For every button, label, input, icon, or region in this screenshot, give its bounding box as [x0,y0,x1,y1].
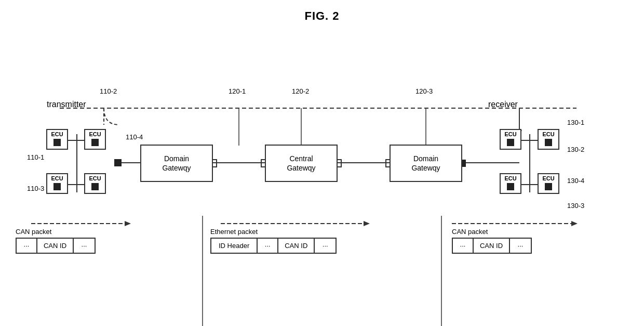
ecu-r-tl: ECU [500,129,521,150]
ref-130-4: 130-4 [567,177,584,185]
ecu-dot6 [545,139,552,146]
ref-120-3: 120-3 [415,87,433,95]
central-gateway-label: CentralGatewqy [287,154,315,173]
ecu-tl: ECU [46,129,68,150]
ref-130-2: 130-2 [567,146,584,153]
ecu-dot4 [91,183,99,190]
id-header-cell: ID Header [211,239,258,253]
diagram-container: FIG. 2 [0,0,644,326]
ecu-label: ECU [51,131,63,137]
ref-130-1: 130-1 [567,119,584,126]
ethernet-packet: Ethernet packet ID Header ··· CAN ID ··· [210,228,337,254]
ecu-dot8 [545,183,552,190]
ecu-dot3 [53,183,61,190]
transmitter-label: transmitter [47,100,86,109]
can-right-can-id: CAN ID [474,239,510,253]
eth-can-id: CAN ID [278,239,315,253]
can-left-dots2: ··· [74,239,95,253]
ecu-label7: ECU [504,175,516,181]
ecu-label5: ECU [504,131,516,137]
ethernet-packet-box: ID Header ··· CAN ID ··· [210,238,337,254]
domain-gateway-1: DomainGatewqy [140,145,213,182]
can-left-dots1: ··· [17,239,37,253]
can-right-dots2: ··· [510,239,531,253]
can-packet-right-label: CAN packet [452,228,488,236]
ecu-dot2 [91,139,99,146]
svg-marker-19 [364,221,370,226]
can-packet-right-box: ··· CAN ID ··· [452,238,532,254]
ref-110-1: 110-1 [27,153,44,161]
ethernet-packet-label: Ethernet packet [210,228,258,236]
ecu-label8: ECU [542,175,554,181]
ecu-r-bl: ECU [500,173,521,194]
can-packet-left-label: CAN packet [16,228,51,236]
ecu-label2: ECU [89,131,101,137]
domain-gateway-1-label: DomainGatewqy [162,154,191,173]
ecu-label4: ECU [89,175,101,181]
ecu-dot7 [507,183,514,190]
ecu-bl: ECU [46,173,68,194]
svg-marker-21 [571,221,578,226]
ecu-br: ECU [84,173,106,194]
ecu-dot [53,139,61,146]
can-right-dots1: ··· [453,239,474,253]
domain-gateway-2-label: DomainGatewqy [411,154,440,173]
svg-rect-24 [114,159,122,166]
can-packet-right: CAN packet ··· CAN ID ··· [452,228,532,254]
ref-110-3: 110-3 [27,185,44,192]
can-left-can-id: CAN ID [37,239,74,253]
fig-title: FIG. 2 [0,0,644,23]
domain-gateway-2: DomainGatewqy [390,145,462,182]
ecu-tr: ECU [84,129,106,150]
can-packet-left-box: ··· CAN ID ··· [16,238,96,254]
ref-110-2: 110-2 [100,87,117,95]
ecu-r-tr: ECU [538,129,559,150]
svg-marker-17 [125,221,131,226]
ecu-label3: ECU [51,175,63,181]
can-packet-left: CAN packet ··· CAN ID ··· [16,228,96,254]
ecu-r-br: ECU [538,173,559,194]
ecu-label6: ECU [542,131,554,137]
eth-dots1: ··· [258,239,278,253]
ref-120-1: 120-1 [229,87,246,95]
central-gateway: CentralGatewqy [265,145,338,182]
ref-110-4: 110-4 [126,133,143,141]
ref-120-2: 120-2 [292,87,309,95]
ref-130-3: 130-3 [567,202,584,210]
eth-dots2: ··· [315,239,336,253]
ecu-dot5 [507,139,514,146]
receiver-label: receiver [488,100,518,109]
